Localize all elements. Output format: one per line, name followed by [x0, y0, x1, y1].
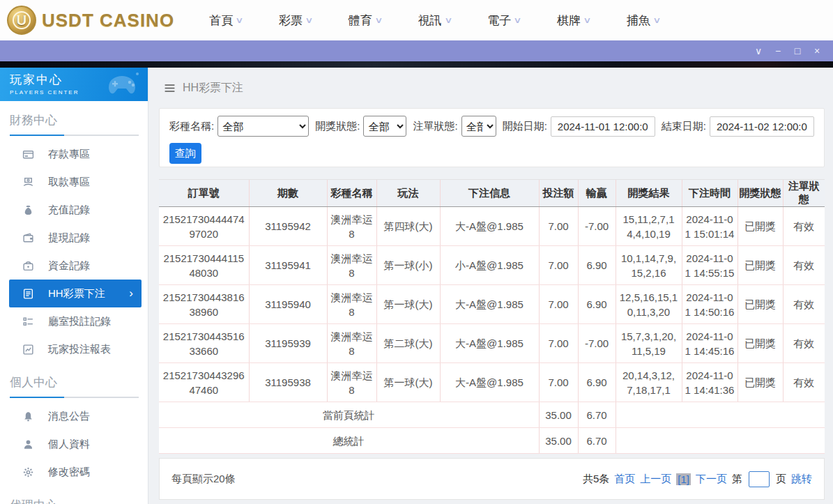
table-cell: 2024-11-01 14:45:16: [682, 324, 738, 363]
sidebar-section: 財務中心存款專區取款專區充值記錄提現記錄資金記錄HH彩票下注›廳室投註記錄玩家投…: [0, 101, 148, 363]
table-cell: 第二球(大): [376, 324, 440, 363]
nav-item[interactable]: 捕魚∨: [627, 13, 660, 29]
chevron-down-icon: ∨: [305, 15, 313, 25]
table-cell: 有效: [783, 246, 825, 285]
prev-page-link[interactable]: 上一页: [640, 473, 671, 486]
sidebar-item[interactable]: 消息公告: [0, 402, 148, 430]
sidebar-item-label: 存款專區: [48, 148, 90, 161]
table-row: 215217304444749702031195942澳洲幸运8第四球(大)大-…: [159, 207, 825, 246]
table-cell: 31195941: [249, 246, 327, 285]
table-cell: 2152173044447497020: [159, 207, 249, 246]
nav-item[interactable]: 視訊∨: [418, 13, 452, 29]
table-cell: 2024-11-01 14:55:15: [682, 246, 738, 285]
column-header: 開獎結果: [616, 180, 682, 207]
table-cell: 31195939: [249, 324, 327, 363]
end-date-input[interactable]: [710, 116, 814, 137]
window-close-icon[interactable]: ×: [811, 46, 823, 56]
table-cell: 第一球(大): [376, 285, 440, 324]
pagination-controls: 共5条 首页 上一页 [1] 下一页 第 页 跳转: [583, 471, 812, 487]
nav-item[interactable]: 體育∨: [349, 13, 382, 29]
sidebar-item-label: 取款專區: [48, 176, 90, 189]
sidebar-item[interactable]: 修改密碼: [0, 458, 148, 486]
table-panel: 訂單號期數彩種名稱玩法下注信息投注額輸贏開獎結果下注時間開獎狀態注單狀態2152…: [159, 179, 825, 454]
bell-icon: [22, 411, 34, 422]
nav-label: 棋牌: [557, 13, 581, 29]
table-cell: 7.00: [539, 246, 578, 285]
table-cell: 2152173044381638960: [159, 285, 249, 324]
nav-item[interactable]: 首頁∨: [209, 13, 243, 29]
search-button[interactable]: 查詢: [169, 143, 201, 164]
start-date-input[interactable]: [551, 116, 655, 137]
table-cell: 15,11,2,7,14,4,10,19: [616, 207, 682, 246]
jump-button[interactable]: 跳转: [791, 473, 812, 486]
table-cell: 第一球(小): [376, 246, 440, 285]
sidebar-item[interactable]: 玩家投注報表: [0, 335, 148, 363]
next-page-link[interactable]: 下一页: [696, 473, 727, 486]
nav-label: 體育: [349, 13, 372, 29]
sidebar-item[interactable]: 個人資料: [0, 430, 148, 458]
table-cell: 31195942: [249, 207, 327, 246]
column-header: 彩種名稱: [327, 180, 376, 207]
draw-status-select[interactable]: 全部: [363, 116, 406, 137]
sidebar-item-label: 資金記錄: [48, 259, 90, 273]
section-divider: [10, 135, 139, 136]
menu-icon[interactable]: [164, 82, 176, 94]
table-row: 215217304438163896031195940澳洲幸运8第一球(大)大-…: [159, 285, 825, 324]
table-cell: 澳洲幸运8: [327, 324, 376, 363]
brand-logo[interactable]: U USDT CASINO: [7, 6, 174, 35]
sidebar-item[interactable]: HH彩票下注›: [9, 280, 142, 307]
sidebar-item-label: 消息公告: [48, 410, 90, 423]
summary-empty-cell: [616, 428, 825, 454]
window-minimize-icon[interactable]: −: [772, 46, 784, 56]
draw-status-label: 開獎狀態:: [315, 120, 360, 133]
main-content: HH彩票下注 彩種名稱: 全部 開獎狀態: 全部 注單狀態: 全部 開始日期: …: [148, 68, 833, 504]
table-cell: 小-A盤@1.985: [440, 246, 539, 285]
table-cell: 大-A盤@1.985: [440, 207, 539, 246]
table-cell: 大-A盤@1.985: [440, 363, 539, 402]
chevron-down-icon: ∨: [583, 15, 591, 25]
table-cell: 6.90: [578, 363, 616, 402]
column-header: 下注信息: [440, 180, 539, 207]
window-maximize-icon[interactable]: □: [791, 46, 804, 56]
order-status-select[interactable]: 全部: [461, 116, 496, 137]
table-cell: 有效: [783, 207, 825, 246]
first-page-link[interactable]: 首页: [614, 473, 635, 486]
lottery-name-label: 彩種名稱:: [169, 120, 214, 133]
money-bag-icon: [22, 204, 34, 216]
sidebar-item[interactable]: 存款專區: [0, 140, 148, 168]
sidebar-item[interactable]: 取款專區: [0, 168, 148, 196]
table-cell: 12,5,16,15,10,11,3,20: [616, 285, 682, 324]
chevron-down-icon: ∨: [444, 15, 452, 25]
nav-item[interactable]: 彩票∨: [279, 13, 312, 29]
table-cell: 6.90: [578, 246, 616, 285]
column-header: 訂單號: [159, 180, 249, 207]
sidebar-item[interactable]: 廳室投註記錄: [0, 307, 148, 335]
nav-item[interactable]: 電子∨: [487, 13, 521, 29]
table-cell: 2024-11-01 15:01:14: [682, 207, 738, 246]
table-cell: 澳洲幸运8: [327, 246, 376, 285]
bets-table: 訂單號期數彩種名稱玩法下注信息投注額輸贏開獎結果下注時間開獎狀態注單狀態2152…: [159, 179, 825, 454]
nav-label: 視訊: [418, 13, 442, 29]
column-header: 輸贏: [578, 180, 616, 207]
sidebar-item[interactable]: 充值記錄: [0, 196, 148, 224]
summary-empty-cell: [616, 402, 825, 428]
table-cell: 7.00: [539, 207, 578, 246]
sidebar-item[interactable]: 資金記錄: [0, 252, 148, 280]
table-cell: 2152173044411548030: [159, 246, 249, 285]
page-jump-input[interactable]: [749, 471, 770, 487]
summary-winloss-total: 6.70: [578, 402, 616, 428]
gear-icon: [22, 466, 34, 478]
person-icon: [22, 438, 34, 450]
window-dropdown-icon[interactable]: ∨: [752, 46, 765, 56]
lottery-name-select[interactable]: 全部: [217, 116, 309, 137]
table-cell: 7.00: [539, 324, 578, 363]
order-status-label: 注單狀態:: [413, 120, 457, 133]
sidebar-section: 個人中心消息公告個人資料修改密碼: [0, 363, 148, 486]
pagination-bar: 每頁顯示20條 共5条 首页 上一页 [1] 下一页 第 页 跳转: [159, 458, 825, 500]
sidebar-item[interactable]: 提現記錄: [0, 224, 148, 252]
chart-icon: [22, 344, 34, 356]
sidebar-menu: 財務中心存款專區取款專區充值記錄提現記錄資金記錄HH彩票下注›廳室投註記錄玩家投…: [0, 101, 148, 504]
nav-item[interactable]: 棋牌∨: [557, 13, 590, 29]
table-cell: 7.00: [539, 285, 578, 324]
table-cell: 2024-11-01 14:50:16: [682, 285, 738, 324]
